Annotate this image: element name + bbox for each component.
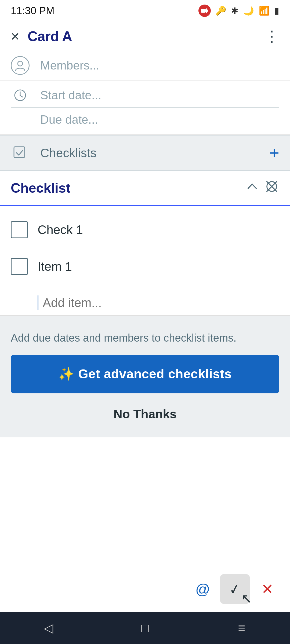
confirm-button[interactable]: ✓ ↖ — [220, 574, 250, 604]
wifi-icon: 📶 — [259, 6, 270, 16]
upgrade-section: Add due dates and members to checklist i… — [0, 316, 290, 437]
dates-section: Start date... Due date... — [0, 80, 290, 135]
collapse-checklist-button[interactable] — [245, 180, 259, 196]
checklist-item: Check 1 — [11, 211, 279, 248]
checklists-label: Checklists — [40, 146, 259, 160]
svg-line-5 — [20, 96, 23, 97]
close-button[interactable]: × — [11, 29, 20, 44]
no-thanks-button[interactable]: No Thanks — [113, 404, 176, 424]
bottom-toolbar: @ ✓ ↖ ✕ — [191, 574, 279, 604]
svg-point-2 — [18, 61, 23, 66]
dismiss-toolbar-button[interactable]: ✕ — [255, 577, 279, 601]
header: × Card A ⋮ — [0, 21, 290, 51]
bluetooth-icon: ✱ — [231, 6, 238, 16]
members-row[interactable]: Members... — [0, 51, 290, 80]
start-date-row[interactable]: Start date... — [11, 89, 279, 108]
members-placeholder: Members... — [40, 59, 99, 72]
svg-rect-6 — [14, 147, 25, 158]
upgrade-button[interactable]: ✨ Get advanced checklists — [11, 355, 279, 393]
start-date-text: Start date... — [40, 89, 101, 102]
home-button[interactable]: □ — [129, 617, 161, 639]
checklist-icon — [11, 144, 30, 162]
due-date-text: Due date... — [40, 113, 98, 126]
clock-icon — [11, 89, 30, 102]
members-icon — [11, 56, 30, 75]
menu-button[interactable]: ≡ — [226, 617, 258, 639]
checklist-item-label-2: Item 1 — [38, 259, 72, 274]
nav-bar: ◁ □ ≡ — [0, 612, 290, 644]
status-time: 11:30 PM — [11, 5, 55, 17]
due-date-row[interactable]: Due date... — [11, 113, 279, 126]
checklist-checkbox-2[interactable] — [11, 258, 28, 275]
page-title: Card A — [28, 28, 256, 44]
checkmark-icon: ✓ — [228, 580, 242, 598]
add-checklist-button[interactable]: + — [269, 144, 279, 162]
checklists-section: Checklists + — [0, 135, 290, 171]
svg-marker-1 — [206, 8, 208, 13]
moon-icon: 🌙 — [243, 6, 254, 16]
status-icons: 🔑 ✱ 🌙 📶 ▮ — [198, 5, 279, 17]
checklist-checkbox-1[interactable] — [11, 221, 28, 238]
key-icon: 🔑 — [216, 6, 226, 16]
strikethrough-button[interactable] — [264, 179, 279, 197]
add-item-row — [0, 290, 290, 316]
cursor-icon: ↖ — [241, 591, 252, 606]
back-button[interactable]: ◁ — [32, 617, 64, 639]
at-mention-button[interactable]: @ — [191, 577, 215, 601]
svg-rect-0 — [201, 9, 206, 13]
more-menu-button[interactable]: ⋮ — [264, 27, 279, 45]
status-bar: 11:30 PM 🔑 ✱ 🌙 📶 ▮ — [0, 0, 290, 21]
add-item-input[interactable] — [38, 295, 279, 310]
checklist-header: Checklist — [0, 171, 290, 206]
checklist-title: Checklist — [11, 180, 240, 196]
checklist-items: Check 1 Item 1 — [0, 206, 290, 290]
battery-icon: ▮ — [274, 6, 279, 16]
checklist-item-label-1: Check 1 — [38, 222, 83, 237]
record-icon — [198, 5, 211, 17]
checklist-item: Item 1 — [11, 248, 279, 285]
upgrade-description: Add due dates and members to checklist i… — [11, 332, 279, 344]
